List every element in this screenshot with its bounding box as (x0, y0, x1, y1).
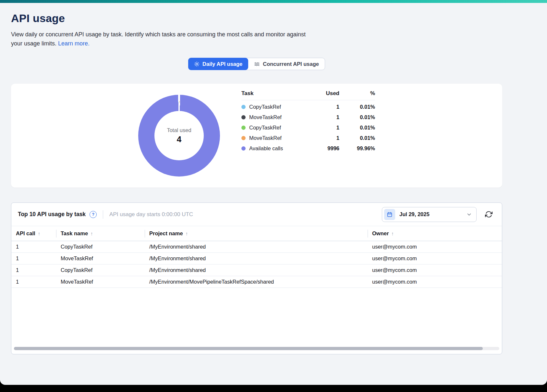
table-subtitle: API usage day starts 0:00:00 UTC (109, 211, 193, 218)
legend-row: CopyTaskRef10.01% (241, 122, 375, 133)
arrow-up-icon: ↑ (186, 231, 188, 236)
legend-color-dot (241, 136, 246, 140)
cell-task-name: MoveTaskRef (56, 279, 145, 285)
chart-legend: Task Used % CopyTaskRef10.01%MoveTaskRef… (241, 90, 375, 153)
api-usage-table-card: Top 10 API usage by task ? API usage day… (11, 202, 502, 354)
question-circle-icon[interactable]: ? (90, 211, 97, 218)
total-used-label: Total used (167, 127, 191, 133)
cell-owner: user@mycom.com (368, 244, 502, 250)
cell-owner: user@mycom.com (368, 279, 502, 285)
bottom-bar (0, 385, 547, 392)
learn-more-link[interactable]: Learn more. (58, 40, 90, 47)
arrow-up-icon: ↑ (91, 231, 93, 236)
column-header-project-name[interactable]: Project name ↑ (145, 226, 368, 241)
table-header-row: API call ↑ Task name ↑ Project name ↑ Ow… (11, 226, 502, 241)
cell-project-name: /MyEnvironment/shared (145, 255, 368, 262)
horizontal-scrollbar-thumb[interactable] (14, 347, 483, 350)
legend-color-dot (241, 105, 246, 109)
table-card-header: Top 10 API usage by task ? API usage day… (11, 203, 502, 226)
legend-header-task: Task (241, 90, 310, 97)
tab-daily-api-usage[interactable]: Daily API usage (188, 58, 248, 70)
legend-rows: CopyTaskRef10.01%MoveTaskRef10.01%CopyTa… (241, 102, 375, 153)
cell-api-call: 1 (11, 279, 56, 285)
usage-type-toggle: Daily API usage Concurrent API usage (188, 58, 325, 70)
cell-task-name: CopyTaskRef (56, 267, 145, 273)
legend-header-percent: % (339, 90, 375, 97)
legend-task-name: CopyTaskRef (249, 125, 281, 131)
tab-daily-label: Daily API usage (202, 61, 242, 67)
tab-concurrent-api-usage[interactable]: Concurrent API usage (248, 58, 325, 70)
description-line-1: View daily or concurrent API usage by ta… (11, 31, 306, 38)
horizontal-scrollbar-track[interactable] (14, 347, 499, 350)
legend-percent-value: 99.96% (339, 145, 375, 152)
legend-task-name: MoveTaskRef (249, 114, 282, 120)
legend-color-dot (241, 115, 246, 119)
cell-project-name: /MyEnvironment/MovePipelineTaskRefSpace/… (145, 279, 368, 285)
legend-percent-value: 0.01% (339, 104, 375, 110)
arrow-up-icon: ↑ (38, 231, 41, 236)
sun-icon (194, 61, 200, 67)
header-divider (103, 210, 103, 219)
top-accent-bar (0, 0, 547, 3)
daily-usage-chart-card: Total used 4 Task Used % CopyTaskRef10.0… (11, 84, 502, 188)
table-row[interactable]: 1CopyTaskRef/MyEnvironment/shareduser@my… (11, 264, 502, 276)
page-description: View daily or concurrent API usage by ta… (11, 30, 536, 48)
column-label: Owner (372, 230, 389, 237)
legend-row: MoveTaskRef10.01% (241, 112, 375, 122)
arrow-up-icon: ↑ (391, 231, 394, 236)
description-line-2: your usage limits. (11, 40, 56, 47)
cell-project-name: /MyEnvironment/shared (145, 244, 368, 250)
cell-api-call: 1 (11, 255, 56, 262)
column-header-task-name[interactable]: Task name ↑ (56, 226, 145, 241)
legend-percent-value: 0.01% (339, 125, 375, 131)
table-body: 1CopyTaskRef/MyEnvironment/shareduser@my… (11, 241, 502, 288)
legend-header: Task Used % (241, 90, 375, 100)
page-content: API usage View daily or concurrent API u… (0, 12, 547, 354)
cell-owner: user@mycom.com (368, 267, 502, 273)
legend-used-value: 1 (310, 114, 339, 120)
legend-color-dot (241, 126, 246, 130)
legend-row: MoveTaskRef10.01% (241, 133, 375, 143)
legend-row: Available calls999699.96% (241, 143, 375, 153)
donut-center: Total used 4 (154, 111, 204, 160)
legend-used-value: 1 (310, 135, 339, 141)
legend-used-value: 9996 (310, 145, 339, 152)
legend-task-name: Available calls (249, 145, 283, 152)
column-label: API call (16, 230, 35, 237)
column-header-api-call[interactable]: API call ↑ (11, 226, 56, 241)
table-row[interactable]: 1CopyTaskRef/MyEnvironment/shareduser@my… (11, 241, 502, 253)
legend-used-value: 1 (310, 125, 339, 131)
legend-percent-value: 0.01% (339, 135, 375, 141)
table-row[interactable]: 1MoveTaskRef/MyEnvironment/shareduser@my… (11, 253, 502, 264)
app-window: API usage View daily or concurrent API u… (0, 0, 547, 385)
column-label: Task name (61, 230, 88, 237)
refresh-icon (485, 211, 492, 218)
cell-task-name: CopyTaskRef (56, 244, 145, 250)
legend-task-name: MoveTaskRef (249, 135, 282, 141)
cell-project-name: /MyEnvironment/shared (145, 267, 368, 273)
date-picker[interactable]: Jul 29, 2025 (382, 207, 477, 222)
table-row[interactable]: 1MoveTaskRef/MyEnvironment/MovePipelineT… (11, 276, 502, 288)
total-used-value: 4 (177, 134, 181, 144)
legend-row: CopyTaskRef10.01% (241, 102, 375, 112)
legend-percent-value: 0.01% (339, 114, 375, 120)
legend-header-used: Used (310, 90, 339, 97)
donut-chart: Total used 4 (138, 95, 220, 177)
legend-task-name: CopyTaskRef (249, 104, 281, 110)
waves-icon (254, 61, 260, 67)
usage-toggle-row: Daily API usage Concurrent API usage (11, 58, 502, 70)
table-title: Top 10 API usage by task (18, 211, 86, 218)
cell-task-name: MoveTaskRef (56, 255, 145, 262)
legend-used-value: 1 (310, 104, 339, 110)
tab-concurrent-label: Concurrent API usage (263, 61, 319, 67)
legend-color-dot (241, 146, 246, 151)
column-label: Project name (149, 230, 183, 237)
column-header-owner[interactable]: Owner ↑ (368, 226, 502, 241)
refresh-button[interactable] (484, 210, 493, 219)
date-picker-value: Jul 29, 2025 (399, 211, 462, 217)
chevron-down-icon (466, 212, 472, 217)
cell-api-call: 1 (11, 244, 56, 250)
page-title: API usage (11, 12, 536, 25)
calendar-icon (384, 209, 395, 220)
cell-owner: user@mycom.com (368, 255, 502, 262)
